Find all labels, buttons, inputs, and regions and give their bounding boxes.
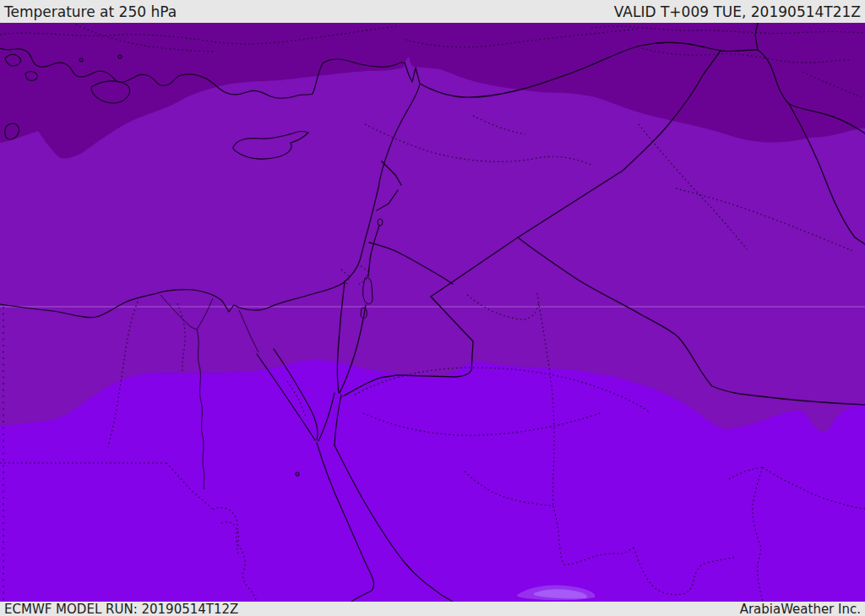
page-title: Temperature at 250 hPa	[4, 3, 177, 20]
footer-bar: ECMWF MODEL RUN: 20190514T12Z ArabiaWeat…	[0, 602, 865, 616]
weather-map	[0, 23, 865, 602]
valid-time-label: VALID T+009 TUE, 20190514T21Z	[614, 3, 861, 20]
header-bar: Temperature at 250 hPa VALID T+009 TUE, …	[0, 0, 865, 23]
temperature-map-canvas	[0, 23, 865, 602]
credit-label: ArabiaWeather Inc.	[740, 602, 861, 616]
model-run-label: ECMWF MODEL RUN: 20190514T12Z	[4, 602, 238, 616]
weather-map-window: Temperature at 250 hPa VALID T+009 TUE, …	[0, 0, 865, 616]
